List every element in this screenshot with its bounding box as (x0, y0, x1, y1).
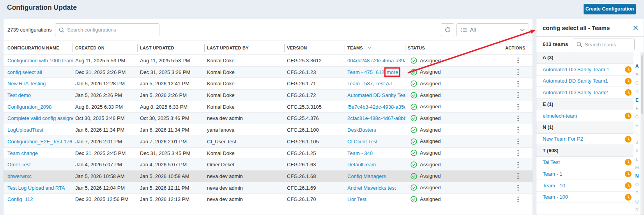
table-row[interactable]: Config_112 Dec 30, 2025 12:56 PM Jan 5, … (4, 194, 533, 205)
row-actions-menu[interactable] (505, 113, 531, 124)
search-configurations-box[interactable] (55, 23, 159, 36)
row-actions-menu[interactable] (505, 182, 531, 194)
team-list-item[interactable]: New Team For P2 (536, 134, 633, 145)
alpha-letter[interactable]: R (635, 206, 639, 215)
search-configurations-input[interactable] (67, 27, 159, 33)
alpha-letter[interactable]: Q (635, 197, 639, 206)
configuration-name-link[interactable]: Test demo (7, 90, 73, 101)
configuration-name-link[interactable]: bbwerwrxc (7, 171, 73, 182)
column-header[interactable]: LAST UPDATED BY (207, 41, 285, 55)
close-icon[interactable] (633, 25, 638, 30)
alpha-letter[interactable]: M (635, 164, 639, 172)
row-actions-menu[interactable] (505, 101, 531, 113)
table-row[interactable]: Test Log Upload and RTA Jan 5, 2026 12:0… (4, 182, 533, 194)
column-header[interactable]: CONFIGURATION NAME (7, 41, 73, 55)
team-list-item[interactable]: Automated DD Sanity Team 1 (536, 64, 633, 76)
team-name-link[interactable]: Automated DD Sanity Team1 (543, 78, 608, 84)
filter-dropdown[interactable]: All (456, 23, 529, 36)
create-configuration-button[interactable]: Create Configuration (584, 4, 636, 14)
configuration-name-link[interactable]: config select all (7, 67, 73, 78)
alpha-letter[interactable]: K (635, 147, 639, 155)
row-actions-menu[interactable] (505, 124, 531, 136)
table-row[interactable]: Complete valid config assigned Oct 30, 2… (4, 113, 533, 124)
more-teams-link[interactable]: more (387, 69, 398, 75)
team-name-link[interactable]: Automated DD Sanity Team 1 (543, 67, 609, 72)
alpha-letter[interactable]: J (636, 138, 638, 147)
alpha-letter[interactable]: D (635, 88, 639, 96)
alpha-letter[interactable]: I (636, 130, 637, 139)
scrollbar-thumb[interactable] (641, 55, 643, 114)
row-actions-menu[interactable] (505, 148, 531, 159)
alpha-letter[interactable]: F (635, 104, 638, 113)
team-link[interactable]: DefaultTeam (347, 162, 376, 167)
team-link[interactable]: Team - 340 (347, 150, 373, 156)
row-actions-menu[interactable] (505, 90, 531, 101)
table-row[interactable]: Test demo Jan 5, 2026 2:26 PM Jan 5, 202… (4, 90, 533, 101)
sort-chevron-down-icon[interactable] (368, 46, 372, 49)
team-name-link[interactable]: Automated DD Sanity Team2 (543, 90, 608, 95)
team-link[interactable]: CI Client Test (347, 139, 377, 145)
configuration-name-link[interactable]: Test Log Upload and RTA (7, 182, 73, 194)
search-teams-box[interactable] (573, 39, 635, 50)
table-row[interactable]: Configuration_2098 Aug 8, 2025 6:33 PM A… (4, 101, 533, 113)
team-name-link[interactable]: elimelech-team (543, 113, 577, 119)
column-header[interactable]: CREATED ON (75, 41, 138, 55)
team-name-link[interactable]: Team - 100 (543, 194, 568, 200)
team-link[interactable]: DeskBusters (347, 127, 376, 133)
team-list-item[interactable]: Team - 100 (536, 192, 633, 203)
team-list-item[interactable]: Automated DD Sanity Team1 (536, 76, 633, 87)
team-name-link[interactable]: New Team For P2 (543, 136, 583, 142)
table-row[interactable]: Team change Dec 31, 2025 3:45 PM Dec 31,… (4, 148, 533, 159)
configuration-name-link[interactable]: Configuration_2098 (7, 101, 73, 113)
column-header[interactable]: VERSION (287, 41, 345, 55)
row-actions-menu[interactable] (505, 55, 531, 66)
team-name-link[interactable]: Team - 10 (543, 183, 565, 189)
table-row[interactable]: bbwerwrxc Jan 5, 2026 10:58 AM Jan 5, 20… (4, 171, 533, 182)
alpha-letter[interactable]: C (635, 79, 639, 88)
configuration-name-link[interactable]: Complete valid config assigned (7, 113, 73, 124)
team-list-item[interactable]: Team - 10 (536, 180, 633, 192)
row-actions-menu[interactable] (505, 136, 531, 147)
panel-scrollbar[interactable] (640, 52, 644, 215)
team-list-item[interactable]: Team - 1 (536, 168, 633, 180)
table-row[interactable]: config select all Dec 31, 2025 3:26 PM D… (4, 67, 533, 78)
team-link[interactable]: 2cfac81e-488c-4d67-a8bb-7bc4 (347, 115, 405, 121)
alpha-letter[interactable]: E (635, 96, 639, 105)
row-actions-menu[interactable] (505, 67, 531, 78)
alpha-letter[interactable]: G (635, 113, 639, 122)
team-link[interactable]: f5e7c4b3-42dc-4938-a35d-4c44 (347, 104, 405, 110)
team-link[interactable]: Andrei Mavericks test (347, 185, 396, 191)
table-row[interactable]: Omer Test Jan 4, 2026 5:07 PM Jan 4, 202… (4, 159, 533, 171)
row-actions-menu[interactable] (505, 171, 531, 182)
alpha-letter[interactable]: A (635, 62, 639, 71)
team-link[interactable]: Team - 475 (347, 69, 373, 75)
team-name-link[interactable]: Team - 1 (543, 171, 563, 177)
team-link[interactable]: Automated DD Sanity Team (347, 92, 405, 98)
configuration-name-link[interactable]: New RTA Testing (7, 78, 73, 89)
team-list-item[interactable]: elimelech-team (536, 110, 633, 122)
team-link[interactable]: 004dc248-c2fe-455a-a39a-3fa (347, 58, 405, 63)
table-row[interactable]: Configuration_E2E_Test-17677 Jan 7, 2026… (4, 136, 533, 148)
alpha-letter[interactable]: P (635, 189, 639, 197)
configuration-name-link[interactable]: LogUploadTtest (7, 124, 73, 136)
row-actions-menu[interactable] (505, 194, 531, 205)
team-link[interactable]: Team - 587, Test AJ (347, 81, 392, 86)
column-header[interactable]: TEAMS (347, 41, 405, 55)
table-row[interactable]: LogUploadTtest Jan 6, 2026 11:34 PM Jan … (4, 124, 533, 136)
configuration-name-link[interactable]: Configuration with 1000 teams (7, 55, 73, 66)
alpha-letter[interactable]: B (635, 71, 639, 79)
team-link[interactable]: Config Managers (347, 173, 386, 179)
column-header[interactable]: LAST UPDATED (140, 41, 205, 55)
alpha-letter[interactable]: N (635, 172, 639, 181)
configuration-name-link[interactable]: Team change (7, 148, 73, 159)
search-teams-input[interactable] (585, 42, 634, 48)
column-header[interactable]: ACTIONS (505, 41, 531, 55)
configuration-name-link[interactable]: Config_112 (7, 194, 73, 205)
refresh-button[interactable] (441, 23, 454, 36)
alpha-letter[interactable]: H (635, 122, 639, 130)
row-actions-menu[interactable] (505, 159, 531, 170)
team-name-link[interactable]: Tal Test (543, 159, 560, 165)
table-row[interactable]: Configuration with 1000 teams Aug 11, 20… (4, 55, 533, 67)
alpha-letter[interactable]: O (635, 181, 639, 189)
table-row[interactable]: New RTA Testing Jan 5, 2026 12:28 PM Jan… (4, 78, 533, 90)
